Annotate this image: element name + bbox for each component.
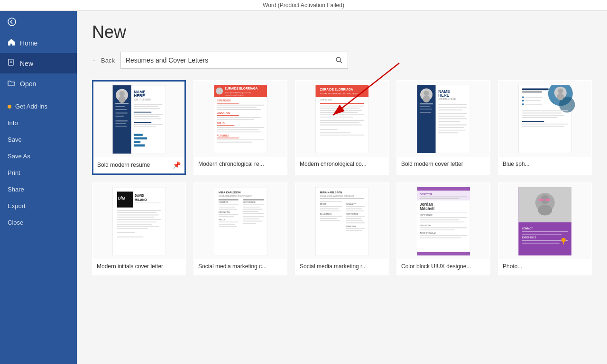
search-button[interactable] (331, 52, 348, 68)
share-label: Share (8, 186, 24, 193)
svg-rect-69 (320, 108, 360, 109)
svg-rect-28 (134, 114, 162, 115)
template-card-bold-modern-cover[interactable]: NAME HERE JOB TITLE HERE (396, 80, 490, 175)
title-bar: Word (Product Activation Failed) (0, 0, 607, 11)
svg-rect-136 (117, 224, 152, 225)
svg-rect-183 (345, 210, 364, 211)
svg-rect-154 (219, 221, 239, 222)
svg-rect-29 (134, 116, 159, 117)
page-title: New (92, 22, 592, 42)
svg-text:MEDIA: MEDIA (320, 203, 326, 205)
template-name: Blue sph... (503, 161, 587, 167)
sidebar-item-get-add-ins[interactable]: Get Add-ins (0, 98, 77, 115)
svg-rect-57 (217, 131, 261, 132)
sidebar-item-share[interactable]: Share (0, 181, 77, 198)
back-link[interactable]: ← Back (92, 57, 115, 64)
svg-rect-25 (134, 106, 158, 107)
svg-rect-30 (134, 118, 161, 119)
template-card-social-media-r[interactable]: MIRA KARLSSON SOCIAL MEDIA MARKETING SPE… (295, 182, 389, 275)
template-card-bold-modern-resume[interactable]: NAME HERE JOB TITLE HERE (92, 80, 186, 175)
svg-rect-18 (115, 120, 128, 121)
svg-rect-225 (522, 243, 560, 244)
svg-rect-221 (522, 231, 568, 232)
template-preview-svg: D/M DAVID MILANO (98, 187, 181, 255)
svg-text:CONTACT: CONTACT (522, 228, 533, 230)
template-preview-svg: NAME HERE JOB TITLE HERE (98, 85, 180, 154)
svg-rect-145 (243, 200, 264, 200)
template-preview: NAME HERE JOB TITLE HERE (93, 82, 184, 157)
search-input[interactable] (121, 56, 331, 64)
svg-rect-14 (115, 106, 125, 107)
pin-icon[interactable]: 📌 (173, 161, 181, 169)
sidebar-open-label: Open (20, 80, 36, 88)
sidebar-item-info[interactable]: Info (0, 115, 77, 131)
svg-rect-33 (134, 126, 156, 127)
svg-rect-92 (438, 104, 467, 105)
svg-rect-31 (134, 122, 151, 123)
svg-rect-165 (243, 221, 263, 222)
search-input-wrap (120, 52, 348, 69)
svg-rect-119 (522, 115, 564, 116)
save-label: Save (8, 136, 22, 143)
svg-rect-167 (315, 187, 368, 255)
template-card-modern-chrono-co[interactable]: ZURAIDE ELORRIAGA SOCIAL MEDIA MARKETING… (295, 80, 389, 175)
template-name: Photo... (503, 263, 587, 270)
sidebar-item-new[interactable]: New (0, 53, 77, 73)
svg-rect-144 (219, 200, 239, 200)
svg-text:HERE: HERE (134, 93, 145, 98)
svg-text:STRATEGY: STRATEGY (345, 225, 356, 228)
svg-rect-152 (219, 216, 234, 217)
sidebar-item-close[interactable]: Close (0, 214, 77, 231)
sidebar-item-print[interactable]: Print (0, 164, 77, 181)
svg-rect-59 (217, 137, 239, 138)
template-preview: D/M DAVID MILANO (93, 183, 185, 259)
sidebar-item-save[interactable]: Save (0, 131, 77, 148)
svg-rect-48 (217, 109, 261, 110)
template-footer: Photo... (499, 259, 591, 274)
svg-rect-210 (420, 237, 461, 238)
template-card-photo[interactable]: CONTACT EXPERIENCE Photo... (498, 182, 592, 275)
svg-rect-147 (219, 204, 239, 205)
svg-text:SOCIAL MEDIA MARKETING SPECIAL: SOCIAL MEDIA MARKETING SPECIALIST (219, 195, 253, 197)
svg-point-84 (423, 95, 430, 102)
template-name: Color block UIUX designe... (401, 263, 486, 270)
svg-rect-166 (243, 223, 256, 224)
svg-rect-101 (438, 130, 466, 131)
svg-rect-13 (115, 103, 129, 104)
svg-rect-24 (134, 104, 162, 105)
svg-rect-93 (438, 107, 467, 108)
svg-text:ZURAIDE ELORRIAGA: ZURAIDE ELORRIAGA (320, 88, 353, 91)
back-arrow-icon: ← (92, 57, 98, 64)
template-card-modern-chrono-re[interactable]: ZURAIDE ELORRIAGA Social Media Marketing… (193, 80, 287, 175)
svg-rect-37 (134, 144, 145, 146)
template-card-blue-sph[interactable]: Blue sph... (498, 80, 592, 175)
template-card-social-media-c[interactable]: MIRA KARLSSON SOCIAL MEDIA MARKETING SPE… (193, 182, 287, 275)
svg-rect-206 (420, 228, 467, 228)
sidebar-item-save-as[interactable]: Save As (0, 148, 77, 164)
template-card-modern-initials[interactable]: D/M DAVID MILANO (92, 182, 186, 275)
svg-rect-32 (134, 124, 162, 125)
svg-rect-60 (217, 139, 264, 140)
svg-rect-50 (217, 115, 239, 116)
template-preview: CONTACT EXPERIENCE (499, 183, 591, 259)
template-name: Bold modern resume (97, 162, 173, 168)
svg-text:EDUCATION: EDUCATION (217, 112, 230, 114)
sidebar-item-open[interactable]: Open (0, 73, 77, 94)
title-bar-text: Word (Product Activation Failed) (263, 2, 344, 9)
svg-rect-140 (117, 237, 144, 237)
template-name: Social media marketing c... (198, 263, 283, 270)
svg-rect-36 (134, 141, 140, 143)
svg-rect-122 (522, 124, 568, 125)
svg-text:OBJECTIVE: OBJECTIVE (420, 193, 432, 196)
sidebar-item-export[interactable]: Export (0, 198, 77, 214)
svg-rect-46 (217, 105, 264, 106)
sidebar-item-home[interactable]: Home (0, 33, 77, 53)
template-footer: Color block UIUX designe... (397, 259, 489, 274)
template-card-color-block-uiux[interactable]: OBJECTIVE Jordan Mitchell EXPERIENCE EDU… (396, 182, 490, 275)
svg-rect-16 (115, 113, 128, 114)
svg-rect-51 (217, 117, 261, 118)
template-footer: Modern chronological re... (194, 157, 286, 172)
svg-point-83 (423, 91, 429, 96)
sidebar-back-button[interactable] (0, 11, 77, 33)
template-name: Bold modern cover letter (401, 161, 486, 167)
